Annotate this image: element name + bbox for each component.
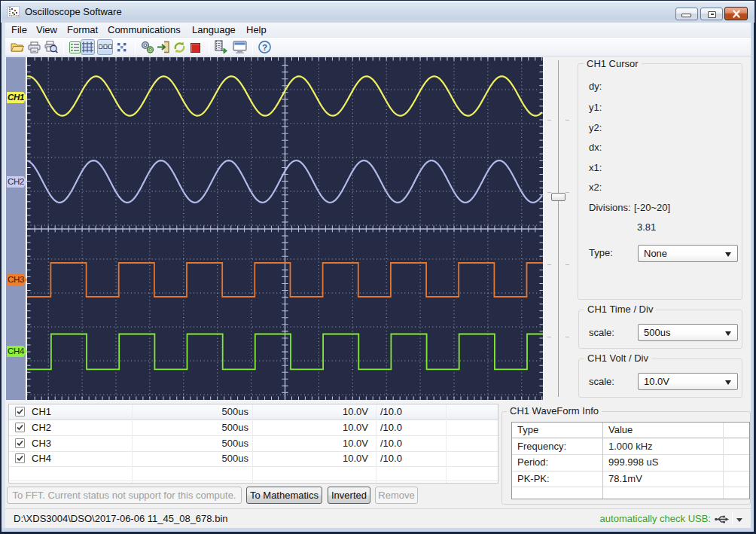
svg-text:?: ?: [262, 43, 267, 52]
